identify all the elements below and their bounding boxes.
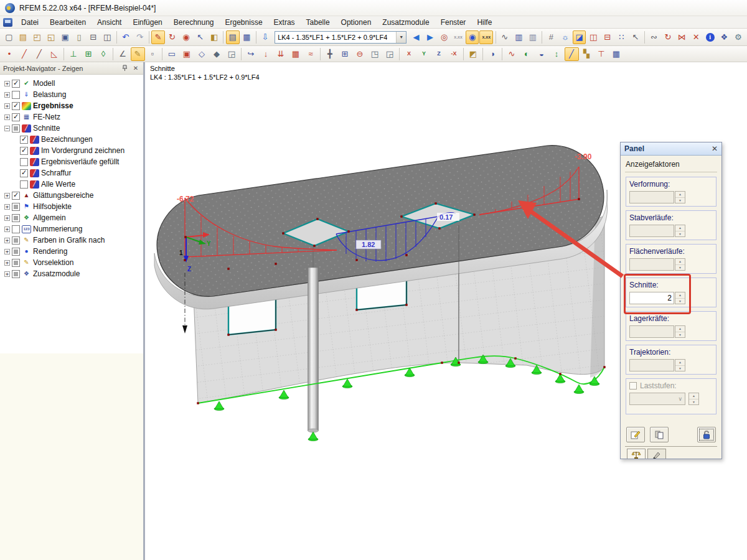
new-file-icon[interactable]: ▢ xyxy=(2,30,16,44)
menu-ansicht[interactable]: Ansicht xyxy=(92,17,127,28)
panel-titlebar[interactable]: Panel ✕ xyxy=(621,142,721,156)
result-diagrams-icon[interactable]: ∿ xyxy=(505,47,519,61)
menu-berechnung[interactable]: Berechnung xyxy=(168,17,220,28)
tree-checkbox-gl-ttungsbereiche[interactable] xyxy=(12,192,20,200)
tree-item-schraffur[interactable]: ╱Schraffur xyxy=(2,167,143,179)
nodal-load-icon[interactable]: ↓ xyxy=(259,47,273,61)
member-load-icon[interactable]: ⇊ xyxy=(274,47,288,61)
menu-bearbeiten[interactable]: Bearbeiten xyxy=(44,17,92,28)
lock-icon[interactable] xyxy=(697,427,716,442)
undo-icon[interactable]: ↶ xyxy=(119,30,133,44)
view-minus-x-icon[interactable]: -X xyxy=(447,47,461,61)
tree-item-ergebnisse[interactable]: +Ergebnisse xyxy=(2,100,143,111)
stabverl-ufe-spinner[interactable]: ▲▼ xyxy=(675,225,685,237)
trajektorien-spinner[interactable]: ▲▼ xyxy=(675,359,685,371)
show-values-icon[interactable]: x.xx xyxy=(451,30,465,44)
schnitte-spinner[interactable]: ▲▼ xyxy=(675,292,685,304)
tree-item-vorselektion[interactable]: +✎Vorselektion xyxy=(2,257,143,268)
expand-icon[interactable]: + xyxy=(4,204,10,210)
tree-checkbox-vorselektion[interactable] xyxy=(12,259,20,267)
view-copy-icon[interactable]: ◲ xyxy=(383,47,397,61)
result-panels-icon[interactable]: ▚ xyxy=(580,47,594,61)
view-x-icon[interactable]: X xyxy=(402,47,416,61)
menu-hilfe[interactable]: Hilfe xyxy=(471,17,497,28)
tree-item-schnitte[interactable]: −╱Schnitte xyxy=(2,123,143,134)
show-results-on-icon[interactable]: ◉ xyxy=(466,30,479,44)
tree-item-belastung[interactable]: +⇓Belastung xyxy=(2,89,143,100)
edit-button[interactable] xyxy=(626,427,645,442)
mesh-settings-icon[interactable]: ☼ xyxy=(558,30,572,44)
new-window-icon[interactable]: ◧ xyxy=(207,30,221,44)
archive-restore-icon[interactable]: ◱ xyxy=(44,30,58,44)
fe-points-icon[interactable]: ∷ xyxy=(615,30,629,44)
document-icon[interactable] xyxy=(3,18,12,27)
snap-settings-icon[interactable]: ∾ xyxy=(647,30,661,44)
spinner-up-icon[interactable]: ▲ xyxy=(675,192,685,198)
zoom-region-icon[interactable]: ◉ xyxy=(179,30,193,44)
line-icon[interactable]: ╱ xyxy=(17,47,32,61)
tree-item-fe-netz[interactable]: +▦FE-Netz xyxy=(2,111,143,123)
open-icon[interactable]: ▤ xyxy=(16,30,30,44)
redo-icon[interactable]: ↷ xyxy=(133,30,147,44)
spinner-down-icon[interactable]: ▼ xyxy=(675,366,685,371)
member-set-icon[interactable]: ⊞ xyxy=(82,47,96,61)
show-values-on-icon[interactable]: x.xx xyxy=(479,30,493,44)
collapse-icon[interactable]: − xyxy=(4,126,10,131)
menu-optionen[interactable]: Optionen xyxy=(336,17,377,28)
laststufen-combo[interactable]: ∨ xyxy=(629,393,685,405)
load-case-combo[interactable]: LK4 - 1.35*LF1 + 1.5*LF2 + 0.9*LF4▼ xyxy=(275,31,406,44)
tree-item-alle-werte[interactable]: ╱Alle Werte xyxy=(2,179,143,190)
color-scale-icon[interactable]: ◐ xyxy=(520,47,534,61)
chevron-down-icon[interactable]: ▼ xyxy=(396,32,406,43)
display-mode-icon[interactable]: ◑ xyxy=(486,47,500,61)
work-plane-icon[interactable]: ◇ xyxy=(195,47,209,61)
tree-checkbox-schnitte[interactable] xyxy=(12,124,20,133)
laststufen-checkbox[interactable] xyxy=(629,382,637,390)
tree-checkbox-allgemein[interactable] xyxy=(12,214,20,222)
isosurface-icon[interactable]: ◒ xyxy=(535,47,549,61)
save-icon[interactable]: ▣ xyxy=(59,30,72,44)
tree-checkbox-nummerierung[interactable] xyxy=(12,225,20,233)
menu-fenster[interactable]: Fenster xyxy=(435,17,472,28)
tree-checkbox-rendering[interactable] xyxy=(12,248,20,256)
rotate-view-icon[interactable]: ↻ xyxy=(166,30,179,44)
surface-plane-icon[interactable]: ▭ xyxy=(165,47,179,61)
tree-checkbox-belastung[interactable] xyxy=(12,91,20,99)
section-vert-icon[interactable]: ◫ xyxy=(586,30,600,44)
archive-icon[interactable]: ◰ xyxy=(31,30,44,44)
view-z-icon[interactable]: Z xyxy=(432,47,446,61)
schnitte-input[interactable]: 2 xyxy=(629,292,674,304)
menu-einf-gen[interactable]: Einfügen xyxy=(127,17,167,28)
zoom-window-icon[interactable]: ⊞ xyxy=(338,47,352,61)
selection-arrow-icon[interactable]: ↖ xyxy=(629,30,642,44)
clipboard-icon[interactable]: ▯ xyxy=(72,30,86,44)
tree-item-ergebnisverl-ufe-gef-llt[interactable]: ╱Ergebnisverläufe gefüllt xyxy=(2,156,143,167)
polyline-icon[interactable]: ◺ xyxy=(47,47,62,61)
expand-icon[interactable]: + xyxy=(4,226,10,232)
tree-item-gl-ttungsbereiche[interactable]: +▲Glättungsbereiche xyxy=(2,190,143,201)
delete-results-icon[interactable]: ✕ xyxy=(689,30,703,44)
zoom-out-icon[interactable]: ⊖ xyxy=(353,47,367,61)
next-case-icon[interactable]: ▶ xyxy=(423,30,437,44)
expand-icon[interactable]: + xyxy=(4,92,10,98)
tab-display-factors[interactable] xyxy=(627,449,646,459)
free-load-icon[interactable]: ≈ xyxy=(304,47,318,61)
view-iso-icon[interactable]: ◳ xyxy=(368,47,382,61)
menu-datei[interactable]: Datei xyxy=(16,17,44,28)
tree-checkbox-bezeichnungen[interactable] xyxy=(20,136,28,144)
close-icon[interactable]: ✕ xyxy=(131,64,140,73)
table-view-icon[interactable]: ▤ xyxy=(226,30,240,44)
tree-item-im-vordergrund-zeichnen[interactable]: ╱Im Vordergrund zeichnen xyxy=(2,145,143,156)
spinner-down-icon[interactable]: ▼ xyxy=(675,265,685,271)
spinner-down-icon[interactable]: ▼ xyxy=(675,231,685,237)
tree-checkbox-schraffur[interactable] xyxy=(20,169,28,177)
tree-item-allgemein[interactable]: +❖Allgemein xyxy=(2,212,143,223)
tree-item-hilfsobjekte[interactable]: +⚑Hilfsobjekte xyxy=(2,201,143,212)
menu-tabelle[interactable]: Tabelle xyxy=(301,17,336,28)
copy-settings-button[interactable] xyxy=(650,427,669,442)
section-horiz-icon[interactable]: ⊟ xyxy=(601,30,614,44)
load-move-icon[interactable]: ⇩ xyxy=(258,30,272,44)
prev-case-icon[interactable]: ◀ xyxy=(410,30,423,44)
spinner-down-icon[interactable]: ▼ xyxy=(675,299,685,304)
region-select-icon[interactable]: ▣ xyxy=(180,47,194,61)
